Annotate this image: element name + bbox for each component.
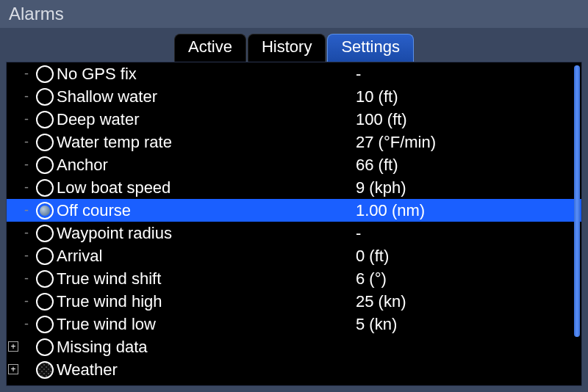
scrollbar[interactable] (574, 65, 580, 337)
expand-icon[interactable]: + (8, 364, 18, 374)
alarm-label: Weather (57, 360, 277, 380)
tabs-area: Active History Settings (0, 28, 588, 62)
tree-branch-icon: - (24, 157, 29, 173)
tree-branch-icon: - (24, 89, 29, 104)
alarm-value: 27 (°F/min) (356, 133, 436, 152)
tree-branch-icon: - (24, 203, 29, 218)
alarm-row[interactable]: -Low boat speed9 (kph) (7, 176, 581, 199)
alarm-label: Anchor (57, 156, 277, 175)
alarm-toggle-icon[interactable] (36, 293, 54, 311)
alarm-label: Water temp rate (57, 133, 277, 152)
alarm-row[interactable]: -Deep water100 (ft) (7, 108, 581, 131)
tree-branch-icon: - (24, 294, 29, 309)
alarm-list-container: -No GPS fix--Shallow water10 (ft)-Deep w… (6, 62, 582, 386)
tree-prefix: - (7, 176, 36, 199)
alarm-row[interactable]: +Weather (7, 358, 581, 381)
alarm-label: Missing data (57, 338, 277, 357)
tab-active[interactable]: Active (174, 34, 246, 62)
alarm-value: - (356, 224, 361, 243)
alarm-toggle-icon[interactable] (36, 270, 54, 288)
tree-branch-icon: - (24, 180, 29, 195)
expand-icon[interactable]: + (8, 341, 18, 352)
alarm-row[interactable]: -True wind high25 (kn) (7, 290, 581, 313)
alarm-label: Deep water (57, 110, 277, 129)
tree-branch-icon: - (24, 134, 29, 150)
tab-settings[interactable]: Settings (327, 34, 414, 62)
alarm-label: True wind high (57, 292, 277, 311)
tree-branch-icon: - (24, 225, 29, 241)
alarm-toggle-icon[interactable] (36, 338, 54, 356)
alarm-label: Arrival (57, 247, 277, 266)
tree-prefix: + (7, 358, 36, 381)
alarm-label: Low boat speed (57, 178, 277, 197)
alarm-toggle-icon[interactable] (36, 361, 54, 379)
alarm-toggle-icon[interactable] (36, 316, 54, 333)
alarm-row[interactable]: -Off course1.00 (nm) (7, 199, 581, 222)
alarm-value: - (356, 65, 361, 84)
alarm-label: Waypoint radius (57, 224, 277, 243)
alarm-value: 10 (ft) (356, 87, 398, 106)
tree-prefix: - (7, 153, 36, 176)
alarm-value: 100 (ft) (356, 110, 407, 129)
content-area: -No GPS fix--Shallow water10 (ft)-Deep w… (0, 62, 588, 392)
alarm-toggle-icon[interactable] (36, 247, 54, 265)
alarm-toggle-icon[interactable] (36, 225, 54, 242)
tree-branch-icon: - (24, 316, 29, 332)
alarm-toggle-icon[interactable] (36, 65, 54, 83)
tree-prefix: - (7, 244, 36, 267)
alarm-row[interactable]: -Arrival0 (ft) (7, 244, 581, 267)
tree-prefix: - (7, 108, 36, 131)
tree-branch-icon: - (24, 248, 29, 264)
alarm-label: Shallow water (57, 87, 277, 106)
tree-prefix: + (7, 335, 36, 358)
alarm-value: 6 (°) (356, 269, 387, 288)
header: Alarms (0, 0, 588, 28)
tree-prefix: - (7, 131, 36, 153)
tree-prefix: - (7, 290, 36, 313)
alarm-label: Off course (57, 201, 277, 220)
page-title: Alarms (9, 4, 64, 24)
alarm-toggle-icon[interactable] (36, 134, 54, 151)
alarm-value: 25 (kn) (356, 292, 406, 311)
alarm-label: No GPS fix (57, 65, 277, 84)
alarm-row[interactable]: -No GPS fix- (7, 62, 581, 85)
tree-branch-icon: - (24, 112, 29, 127)
alarm-row[interactable]: -True wind shift6 (°) (7, 267, 581, 290)
alarm-toggle-icon[interactable] (36, 179, 54, 197)
alarm-toggle-icon[interactable] (36, 111, 54, 128)
alarm-row[interactable]: -Anchor66 (ft) (7, 153, 581, 176)
alarm-toggle-icon[interactable] (36, 202, 54, 219)
tab-history[interactable]: History (248, 34, 326, 62)
tree-branch-icon: - (24, 271, 29, 286)
alarm-label: True wind shift (57, 269, 277, 288)
tree-branch-icon: - (24, 66, 29, 81)
alarm-value: 5 (kn) (356, 315, 397, 334)
tree-prefix: - (7, 267, 36, 290)
alarm-value: 0 (ft) (356, 247, 389, 266)
tree-prefix: - (7, 199, 36, 222)
tree-prefix: - (7, 62, 36, 85)
alarm-list[interactable]: -No GPS fix--Shallow water10 (ft)-Deep w… (7, 62, 581, 385)
alarm-toggle-icon[interactable] (36, 156, 54, 174)
tab-group: Active History Settings (173, 34, 415, 62)
tree-prefix: - (7, 222, 36, 244)
alarm-label: True wind low (57, 315, 277, 334)
alarm-value: 1.00 (nm) (356, 201, 425, 220)
alarm-row[interactable]: -Shallow water10 (ft) (7, 85, 581, 108)
tree-prefix: - (7, 85, 36, 108)
alarm-value: 9 (kph) (356, 178, 406, 197)
alarm-value: 66 (ft) (356, 156, 398, 175)
alarm-row[interactable]: +Missing data (7, 335, 581, 358)
alarm-row[interactable]: -True wind low5 (kn) (7, 313, 581, 335)
alarm-row[interactable]: -Waypoint radius- (7, 222, 581, 244)
alarm-row[interactable]: -Water temp rate27 (°F/min) (7, 131, 581, 153)
tree-prefix: - (7, 313, 36, 335)
alarm-toggle-icon[interactable] (36, 88, 54, 106)
